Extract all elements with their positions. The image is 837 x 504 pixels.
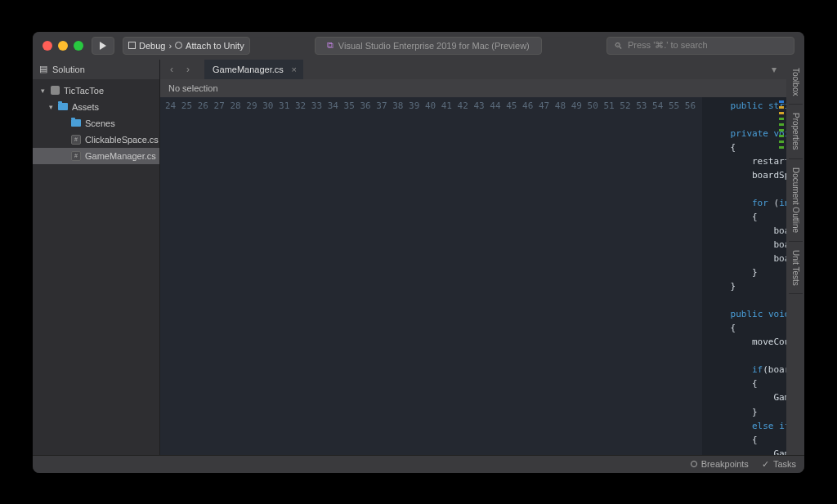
debug-config-selector[interactable]: Debug › Attach to Unity bbox=[123, 37, 250, 55]
tree-label: GameManager.cs bbox=[85, 151, 156, 161]
statusbar: Breakpoints ✓ Tasks bbox=[33, 455, 804, 473]
breadcrumb[interactable]: No selection bbox=[160, 79, 786, 97]
line-gutter: 24 25 26 27 28 29 30 31 32 33 34 35 36 3… bbox=[160, 97, 702, 455]
tab-title: GameManager.cs bbox=[213, 65, 284, 74]
rail-toolbox[interactable]: Toolbox bbox=[789, 60, 803, 105]
check-icon: ✓ bbox=[762, 459, 769, 470]
change-markers bbox=[779, 97, 784, 149]
folder-icon bbox=[58, 103, 68, 110]
folder-icon bbox=[71, 119, 81, 127]
rail-properties[interactable]: Properties bbox=[789, 105, 803, 159]
tree-project[interactable]: ▾ TicTacToe bbox=[33, 83, 159, 99]
chevron-down-icon: ▾ bbox=[39, 87, 46, 95]
tree-label: Scenes bbox=[85, 118, 115, 128]
solution-header[interactable]: ▤ Solution bbox=[33, 60, 159, 79]
solution-icon: ▤ bbox=[39, 64, 47, 74]
tree-file-gamemanager[interactable]: # GameManager.cs bbox=[33, 148, 159, 164]
status-breakpoints[interactable]: Breakpoints bbox=[691, 459, 749, 469]
solution-title: Solution bbox=[52, 65, 85, 74]
tree-label: TicTacToe bbox=[64, 86, 104, 96]
attach-label: Attach to Unity bbox=[186, 41, 244, 51]
csharp-file-icon: # bbox=[71, 151, 81, 161]
editor-tabbar: ‹ › GameManager.cs × ▾ bbox=[160, 60, 786, 79]
editor: ‹ › GameManager.cs × ▾ No selection 24 2… bbox=[160, 60, 786, 455]
window-controls bbox=[43, 41, 83, 51]
close-window-button[interactable] bbox=[43, 41, 52, 51]
chevron-right-icon: › bbox=[168, 41, 172, 51]
chevron-down-icon: ▾ bbox=[47, 103, 54, 111]
tree-folder-scenes[interactable]: Scenes bbox=[33, 115, 159, 132]
status-tasks[interactable]: ✓ Tasks bbox=[762, 459, 796, 470]
tree-file-clickablespace[interactable]: # ClickableSpace.cs bbox=[33, 132, 159, 148]
breadcrumb-text: No selection bbox=[168, 83, 218, 93]
pin-icon[interactable]: ▾ bbox=[772, 64, 777, 75]
rail-unit-tests[interactable]: Unit Tests bbox=[789, 242, 803, 295]
solution-tree: ▾ TicTacToe ▾ Assets Scenes # C bbox=[33, 79, 159, 167]
editor-tab[interactable]: GameManager.cs × bbox=[204, 60, 303, 79]
tree-label: ClickableSpace.cs bbox=[85, 135, 159, 145]
code-area[interactable]: 24 25 26 27 28 29 30 31 32 33 34 35 36 3… bbox=[160, 97, 786, 455]
debug-config-label: Debug bbox=[139, 41, 165, 51]
nav-back-button[interactable]: ‹ bbox=[165, 63, 178, 76]
code-content[interactable]: public string CurrentPlayer { get; set; … bbox=[702, 97, 786, 455]
right-rail: Toolbox Properties Document Outline Unit… bbox=[786, 60, 804, 455]
breakpoint-icon bbox=[691, 461, 697, 467]
tree-label: Assets bbox=[72, 102, 99, 112]
unity-project-icon bbox=[51, 86, 60, 95]
app-window: Debug › Attach to Unity ⧉ Visual Studio … bbox=[33, 32, 804, 473]
unity-target-icon bbox=[175, 42, 182, 49]
minimize-window-button[interactable] bbox=[58, 41, 68, 51]
titlebar: Debug › Attach to Unity ⧉ Visual Studio … bbox=[33, 32, 804, 60]
search-icon: 🔍︎ bbox=[614, 41, 623, 51]
search-placeholder: Press '⌘.' to search bbox=[628, 40, 708, 51]
nav-forward-button[interactable]: › bbox=[181, 63, 195, 76]
tree-folder-assets[interactable]: ▾ Assets bbox=[33, 99, 159, 115]
app-title-bar: ⧉ Visual Studio Enterprise 2019 for Mac … bbox=[315, 37, 542, 55]
close-tab-button[interactable]: × bbox=[291, 65, 296, 74]
solution-sidebar: ▤ Solution ▾ TicTacToe ▾ Assets Scenes bbox=[33, 60, 160, 455]
search-input[interactable]: 🔍︎ Press '⌘.' to search bbox=[606, 37, 794, 55]
app-title-text: Visual Studio Enterprise 2019 for Mac (P… bbox=[338, 41, 530, 51]
csharp-file-icon: # bbox=[71, 135, 81, 145]
vs-logo-icon: ⧉ bbox=[327, 40, 333, 51]
run-button[interactable] bbox=[92, 37, 114, 55]
maximize-window-button[interactable] bbox=[74, 41, 83, 51]
rail-document-outline[interactable]: Document Outline bbox=[789, 159, 803, 242]
